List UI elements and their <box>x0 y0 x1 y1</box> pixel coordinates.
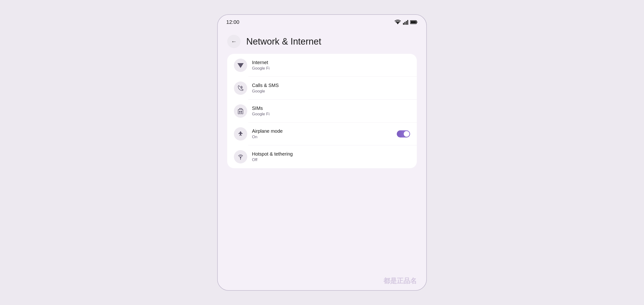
calls-icon-circle <box>234 82 247 95</box>
svg-rect-2 <box>404 22 405 25</box>
svg-rect-6 <box>416 22 417 23</box>
hotspot-icon <box>238 154 244 160</box>
setting-item-calls-sms[interactable]: Calls & SMS Google <box>227 77 417 100</box>
svg-rect-13 <box>241 113 242 113</box>
back-arrow-icon: ← <box>231 38 237 45</box>
hotspot-subtitle: Off <box>252 157 410 162</box>
airplane-toggle-knob <box>404 131 410 137</box>
sims-text: SIMs Google Fi <box>252 106 410 117</box>
airplane-title: Airplane mode <box>252 128 392 134</box>
calls-icon <box>238 85 244 91</box>
calls-subtitle: Google <box>252 89 410 94</box>
setting-item-hotspot[interactable]: Hotspot & tethering Off <box>227 145 417 168</box>
svg-rect-1 <box>403 23 404 25</box>
svg-rect-12 <box>239 113 240 113</box>
internet-text: Internet Google Fi <box>252 60 410 71</box>
sims-icon-circle <box>234 104 247 118</box>
phone-frame: 12:00 <box>217 14 427 291</box>
svg-marker-0 <box>396 22 400 24</box>
svg-marker-8 <box>238 63 244 68</box>
setting-item-sims[interactable]: SIMs Google Fi <box>227 100 417 123</box>
sims-subtitle: Google Fi <box>252 112 410 117</box>
internet-title: Internet <box>252 60 410 65</box>
svg-rect-7 <box>410 21 416 23</box>
airplane-icon-circle <box>234 127 247 141</box>
calls-text: Calls & SMS Google <box>252 83 410 94</box>
svg-rect-4 <box>407 20 408 25</box>
airplane-toggle[interactable] <box>397 130 410 138</box>
status-time: 12:00 <box>226 19 239 25</box>
back-button[interactable]: ← <box>227 35 240 48</box>
status-icons <box>394 20 418 25</box>
battery-icon <box>410 20 418 24</box>
signal-setting-icon <box>238 62 244 68</box>
internet-subtitle: Google Fi <box>252 66 410 71</box>
page-header: ← Network & Internet <box>218 30 426 54</box>
svg-rect-3 <box>406 21 407 25</box>
svg-rect-11 <box>241 111 242 112</box>
page-title: Network & Internet <box>246 37 321 47</box>
airplane-icon <box>238 131 244 137</box>
airplane-text: Airplane mode On <box>252 128 392 139</box>
sims-title: SIMs <box>252 106 410 111</box>
setting-item-internet[interactable]: Internet Google Fi <box>227 54 417 77</box>
calls-title: Calls & SMS <box>252 83 410 88</box>
wifi-icon <box>394 20 401 25</box>
airplane-toggle-container <box>397 130 410 138</box>
svg-rect-10 <box>239 111 240 112</box>
screen-content: ← Network & Internet Internet Google Fi <box>218 28 426 290</box>
sim-icon <box>238 108 244 114</box>
svg-rect-9 <box>238 109 243 114</box>
hotspot-title: Hotspot & tethering <box>252 151 410 157</box>
setting-item-airplane[interactable]: Airplane mode On <box>227 123 417 145</box>
signal-icon <box>403 20 408 25</box>
airplane-subtitle: On <box>252 135 392 139</box>
settings-card: Internet Google Fi Calls & SMS Google <box>227 54 417 168</box>
status-bar: 12:00 <box>218 15 426 28</box>
hotspot-icon-circle <box>234 150 247 163</box>
internet-icon-circle <box>234 59 247 72</box>
hotspot-text: Hotspot & tethering Off <box>252 151 410 162</box>
